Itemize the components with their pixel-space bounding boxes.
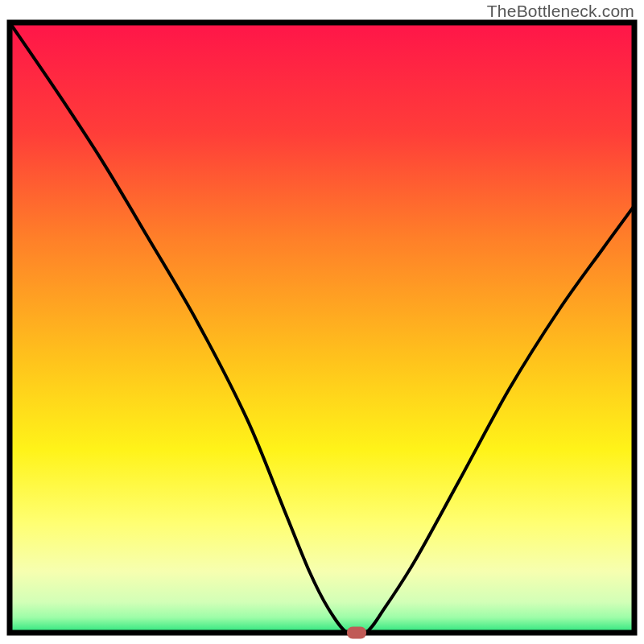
chart-stage: TheBottleneck.com (0, 0, 644, 644)
optimal-point-marker (347, 627, 366, 639)
bottleneck-chart (0, 0, 644, 644)
plot-background (10, 23, 634, 633)
